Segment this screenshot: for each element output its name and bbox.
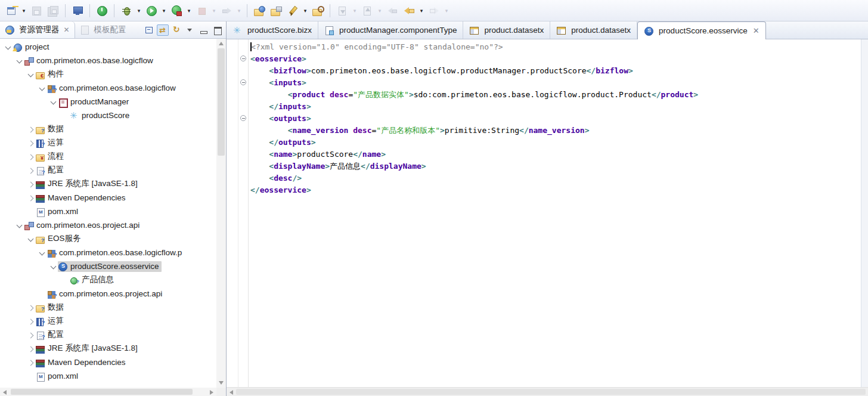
tree-item[interactable]: project [0,40,216,54]
tree-expander-expanded-icon[interactable] [15,57,24,65]
tree-item[interactable]: 数据 [0,122,216,136]
editor-tab-productScore-eosservice[interactable]: productScore.eosservice✕ [637,21,765,39]
search-folder-button[interactable] [310,3,326,18]
tree-vscroll-thumb[interactable] [218,48,225,156]
link-with-editor-button[interactable] [157,24,169,36]
tree-item[interactable]: com.primeton.eos.base.logicflow [0,54,216,67]
tree-horizontal-scrollbar[interactable] [0,388,216,396]
debug-dropdown-caret[interactable]: ▾ [135,8,142,14]
run-dropdown-caret[interactable]: ▾ [160,8,168,14]
editor-tab-productManager-componentType[interactable]: productManager.componentType [318,21,463,39]
tree-expander-collapsed-icon[interactable] [26,304,35,312]
tree-expander-expanded-icon[interactable] [26,235,35,243]
tree-expander-expanded-icon[interactable] [26,70,35,79]
fold-collapse-icon[interactable] [240,79,246,85]
tree-item[interactable]: 产品信息 [0,273,216,287]
tree-expander-collapsed-icon[interactable] [26,139,35,147]
tree-item[interactable]: pom.xml [0,369,216,383]
tree-expander-collapsed-icon[interactable] [26,345,35,353]
tree-expander-expanded-icon[interactable] [49,98,58,106]
tree-item[interactable]: 配置 [0,163,216,177]
minimize-button[interactable] [198,24,210,36]
fold-collapse-icon[interactable] [240,115,246,121]
tree-item[interactable]: 流程 [0,150,216,163]
editor-tab-product-datasetx[interactable]: product.datasetx [550,21,637,39]
back-dropdown-caret[interactable]: ▾ [418,8,425,14]
tree-item[interactable]: com.primeton.eos.project.api [0,218,216,232]
scroll-down-arrow[interactable] [219,381,224,385]
view-tab-template-config[interactable]: 模板配置 [75,21,131,38]
tree-expander-expanded-icon[interactable] [15,221,24,230]
tree-item[interactable]: 数据 [0,301,216,314]
collapse-all-button[interactable] [143,24,155,36]
tree-item[interactable]: pom.xml [0,205,216,218]
tree-item[interactable]: Maven Dependencies [0,191,216,205]
tree-expander-expanded-icon[interactable] [38,249,46,257]
tree-expander-collapsed-icon[interactable] [26,194,35,202]
tree-item[interactable]: 配置 [0,328,216,342]
editor-tab-productScore-bizx[interactable]: productScore.bizx [227,21,318,39]
highlight-pen-dropdown-caret[interactable]: ▾ [302,8,309,14]
tree-hscroll-thumb[interactable] [11,389,193,395]
comptype-icon [324,26,335,35]
tree-item-label: Maven Dependencies [46,357,128,368]
tree-expander-expanded-icon[interactable] [4,43,13,51]
refresh-button[interactable] [170,24,182,36]
tree-expander-expanded-icon[interactable] [49,262,58,271]
run-icon [145,5,157,17]
tree-item-label: 配置 [46,329,66,341]
tree-expander-collapsed-icon[interactable] [26,358,35,367]
editor-hscroll-thumb[interactable] [236,389,866,395]
scroll-left-arrow[interactable] [3,390,7,395]
tree-item[interactable]: com.primeton.eos.base.logicflow.p [0,246,216,259]
highlight-pen-button[interactable] [285,3,300,18]
tree-expander-collapsed-icon[interactable] [26,125,35,134]
tree-expander-collapsed-icon[interactable] [26,153,35,161]
tree-item[interactable]: productScore [0,109,216,122]
tree-vertical-scrollbar[interactable] [216,39,226,388]
view-tab-resource-explorer[interactable]: 资源管理器✕ [0,21,75,38]
run-button[interactable] [144,3,159,18]
scroll-up-arrow[interactable] [219,42,224,45]
tree-item[interactable]: Maven Dependencies [0,355,216,369]
editor-horizontal-scrollbar[interactable] [227,387,868,396]
close-editor-tab-icon[interactable]: ✕ [753,26,760,35]
close-view-tab-icon[interactable]: ✕ [64,26,70,34]
tree-item[interactable]: com.primeton.eos.project.api [0,287,216,301]
maximize-button[interactable] [212,24,224,36]
new-wizard-dropdown-caret[interactable]: ▾ [20,8,27,14]
debug-button[interactable] [119,3,134,18]
console-button[interactable] [70,3,85,18]
scroll-right-arrow[interactable] [210,390,213,395]
tree-expander-expanded-icon[interactable] [38,84,46,92]
run-config-dropdown-caret[interactable]: ▾ [185,8,193,14]
tree-item[interactable]: 运算 [0,136,216,150]
tree-item[interactable]: 构件 [0,67,216,81]
editor-scroll-left-arrow[interactable] [230,390,233,395]
tree-item[interactable]: EOS服务 [0,232,216,246]
run-config-icon [170,5,182,17]
library-icon [35,344,46,354]
tree-expander-collapsed-icon[interactable] [26,317,35,326]
tree-item[interactable]: JRE 系统库 [JavaSE-1.8] [0,177,216,191]
open-folder-button[interactable] [268,3,284,18]
tree-expander-collapsed-icon[interactable] [26,180,35,188]
run-config-button[interactable] [169,3,184,18]
back-button[interactable] [401,3,417,18]
new-wizard-button[interactable] [4,3,19,18]
open-eos-perspective-button[interactable] [252,3,267,18]
start-server-button[interactable] [94,3,110,18]
xml-source-editor[interactable]: <?xml version="1.0" encoding="UTF-8" sta… [249,39,861,387]
tree-expander-collapsed-icon[interactable] [26,331,35,339]
tree-item[interactable]: JRE 系统库 [JavaSE-1.8] [0,342,216,355]
fold-collapse-icon[interactable] [240,55,246,61]
tree-item[interactable]: com.primeton.eos.base.logicflow [0,81,216,95]
tree-item[interactable]: productManager [0,95,216,109]
tree-expander-collapsed-icon[interactable] [26,166,35,175]
tree-item[interactable]: productScore.eosservice [0,259,216,273]
green-ball-icon [69,276,80,285]
view-menu-button[interactable] [184,24,196,36]
tree-item[interactable]: 运算 [0,314,216,328]
editor-tab-product-datasetx[interactable]: product.datasetx [463,21,550,39]
stop-dropdown-caret: ▾ [210,8,218,14]
